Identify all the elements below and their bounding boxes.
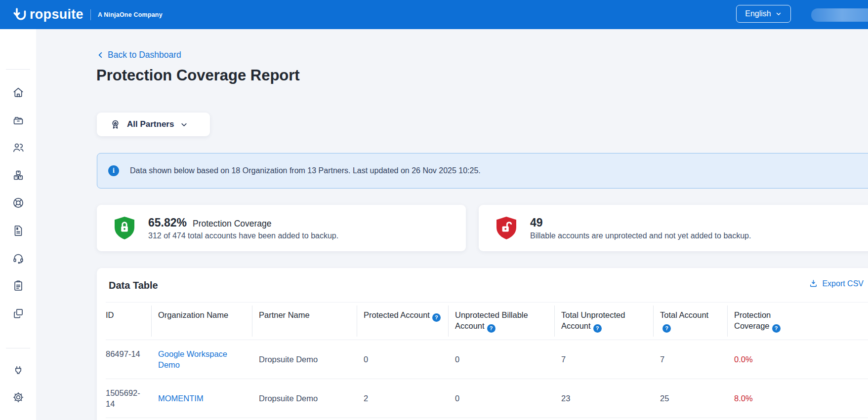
dropsuite-logo: ropsuite	[12, 7, 83, 23]
sidebar-item-backups[interactable]	[10, 112, 27, 128]
column-header-partner: Partner Name	[252, 303, 357, 340]
chevron-down-icon	[775, 10, 782, 17]
sidebar-divider-top	[6, 69, 30, 70]
unprotected-accounts-card: 49 Billable accounts are unprotected and…	[479, 205, 868, 251]
award-badge-icon	[110, 119, 121, 130]
sidebar-item-home[interactable]	[10, 84, 27, 101]
chevron-down-icon	[180, 120, 188, 129]
cell-protection-coverage: 8.0%	[727, 379, 814, 418]
clipboard-icon	[12, 279, 25, 292]
cell-id: 86497-14	[106, 340, 151, 379]
coverage-label: Protection Coverage	[193, 219, 272, 229]
headset-icon	[12, 252, 25, 265]
shield-unlock-icon	[495, 215, 518, 241]
cell-total-account: 25	[653, 379, 727, 418]
sidebar-item-support[interactable]	[10, 250, 27, 267]
table-row: 86497-14 Google Workspace Demo Dropsuite…	[106, 340, 868, 379]
ninjaone-tagline: A NinjaOne Company	[98, 11, 163, 18]
export-csv-label: Export CSV	[822, 279, 864, 288]
brand-name: ropsuite	[30, 7, 83, 22]
cell-total-unprotected: 7	[554, 340, 653, 379]
lifebuoy-icon	[12, 196, 25, 209]
sidebar-item-users[interactable]	[10, 139, 27, 156]
info-icon	[108, 165, 119, 176]
back-to-dashboard-link[interactable]: Back to Dashboard	[97, 50, 181, 60]
user-account-chip[interactable]	[811, 8, 868, 22]
main-content: Back to Dashboard Protection Coverage Re…	[36, 29, 868, 420]
cell-unprotected-billable: 0	[448, 340, 554, 379]
help-icon[interactable]	[593, 324, 602, 333]
unprotected-count-value: 49	[530, 216, 543, 229]
help-icon[interactable]	[432, 313, 441, 322]
dropsuite-logo-icon	[12, 7, 28, 23]
shield-lock-icon	[113, 215, 136, 241]
column-header-total-account: Total Account	[653, 303, 727, 340]
cell-protection-coverage: 0.0%	[727, 340, 814, 379]
protection-coverage-card: 65.82% Protection Coverage 312 of 474 to…	[97, 205, 466, 251]
info-banner: Data shown below based on 18 Organizatio…	[97, 153, 868, 189]
copy-pages-icon	[12, 307, 25, 320]
organization-link[interactable]: MOMENTIM	[158, 393, 204, 404]
sidebar-item-reports[interactable]	[10, 305, 27, 322]
column-header-unprotected-billable: Unprotected Billable Account	[448, 303, 554, 340]
export-csv-button[interactable]: Export CSV	[809, 279, 864, 288]
column-header-total-unprotected: Total Unprotected Account	[554, 303, 653, 340]
brand-divider	[90, 9, 91, 20]
cell-unprotected-billable: 0	[448, 379, 554, 418]
packages-icon	[12, 169, 25, 182]
coverage-description: 312 of 474 total accounts have been adde…	[148, 231, 338, 240]
page-title: Protection Coverage Report	[96, 67, 300, 84]
help-icon[interactable]	[662, 324, 671, 333]
column-header-protected: Protected Account	[357, 303, 448, 340]
invoice-icon	[12, 224, 25, 237]
column-header-organization: Organization Name	[151, 303, 252, 340]
language-label: English	[745, 9, 771, 18]
cell-protected: 0	[357, 340, 448, 379]
sidebar-item-integrations[interactable]	[10, 363, 27, 380]
sidebar-nav	[0, 29, 36, 420]
sidebar-divider-bottom	[6, 348, 30, 348]
language-selector[interactable]: English	[736, 5, 791, 23]
top-header-bar: ropsuite A NinjaOne Company English	[0, 0, 868, 29]
archive-box-icon	[12, 114, 25, 126]
coverage-percent-value: 65.82%	[148, 216, 187, 229]
cell-partner: Dropsuite Demo	[252, 379, 357, 418]
sidebar-item-help[interactable]	[10, 194, 27, 211]
organization-link[interactable]: Google Workspace Demo	[158, 348, 245, 370]
cell-total-unprotected: 23	[554, 379, 653, 418]
table-row: 1505692-14 MOMENTIM Dropsuite Demo 2 0 2…	[106, 379, 868, 418]
help-icon[interactable]	[487, 324, 496, 333]
table-title: Data Table	[106, 280, 868, 291]
sidebar-item-billing[interactable]	[10, 222, 27, 239]
users-icon	[12, 141, 25, 154]
all-partners-filter-button[interactable]: All Partners	[97, 113, 210, 136]
table-header-row: ID Organization Name Partner Name Protec…	[106, 302, 868, 340]
sidebar-item-tasks[interactable]	[10, 277, 27, 294]
home-icon	[12, 86, 25, 99]
cell-organization: Google Workspace Demo	[151, 340, 252, 379]
cell-organization: MOMENTIM	[151, 379, 252, 418]
column-header-protection-coverage: Protection Coverage	[727, 303, 814, 340]
data-table-card: Data Table Export CSV ID Organization Na…	[97, 268, 868, 420]
back-link-label: Back to Dashboard	[108, 50, 181, 60]
cell-protected: 2	[357, 379, 448, 418]
plug-icon	[12, 365, 25, 378]
sidebar-item-settings[interactable]	[10, 389, 27, 406]
download-icon	[809, 279, 818, 288]
sidebar-item-products[interactable]	[10, 167, 27, 184]
column-header-id: ID	[106, 303, 151, 340]
info-banner-text: Data shown below based on 18 Organizatio…	[130, 166, 481, 175]
cell-id: 1505692-14	[106, 379, 151, 418]
gear-icon	[12, 391, 25, 404]
filter-label: All Partners	[127, 119, 174, 129]
cell-total-account: 7	[653, 340, 727, 379]
unprotected-description: Billable accounts are unprotected and no…	[530, 231, 751, 240]
help-icon[interactable]	[772, 324, 781, 333]
chevron-left-icon	[97, 51, 104, 59]
cell-partner: Dropsuite Demo	[252, 340, 357, 379]
